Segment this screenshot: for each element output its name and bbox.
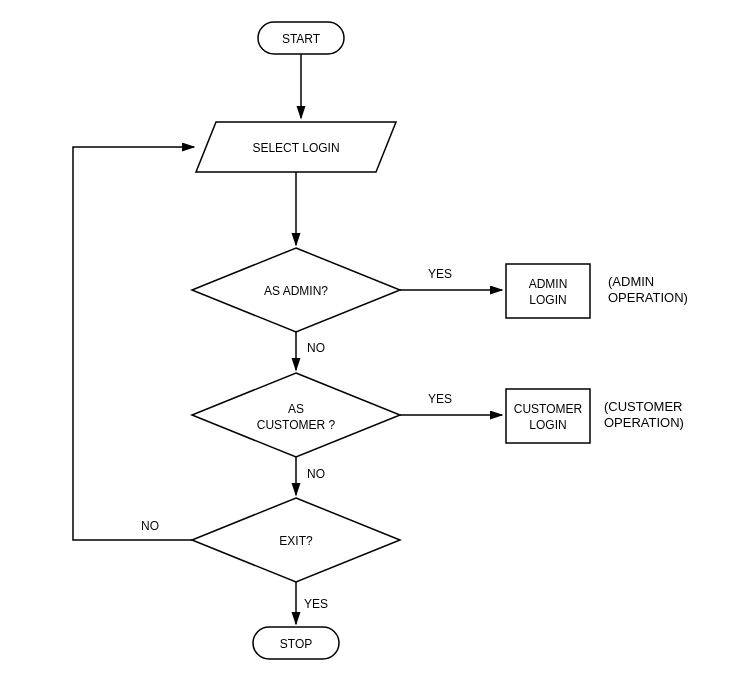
as-customer-label2: CUSTOMER ?	[257, 418, 336, 432]
customer-no-label: NO	[307, 467, 325, 481]
customer-login-label1: CUSTOMER	[514, 402, 583, 416]
select-login-node: SELECT LOGIN	[196, 122, 396, 172]
exit-node: EXIT?	[192, 498, 400, 582]
admin-login-label1: ADMIN	[529, 277, 568, 291]
edge-exit-no	[73, 147, 194, 540]
stop-node: STOP	[253, 627, 339, 659]
as-customer-label1: AS	[288, 402, 304, 416]
exit-label: EXIT?	[279, 534, 313, 548]
as-admin-node: AS ADMIN?	[192, 248, 400, 332]
customer-login-label2: LOGIN	[529, 418, 566, 432]
customer-yes-label: YES	[428, 392, 452, 406]
exit-yes-label: YES	[304, 597, 328, 611]
as-admin-label: AS ADMIN?	[264, 284, 328, 298]
exit-no-label: NO	[141, 519, 159, 533]
customer-side-label2: OPERATION)	[604, 415, 684, 430]
admin-side-label2: OPERATION)	[608, 290, 688, 305]
admin-yes-label: YES	[428, 267, 452, 281]
start-label: START	[282, 32, 321, 46]
admin-login-label2: LOGIN	[529, 293, 566, 307]
admin-no-label: NO	[307, 341, 325, 355]
start-node: START	[258, 22, 344, 54]
select-login-label: SELECT LOGIN	[252, 141, 339, 155]
as-customer-node: AS CUSTOMER ?	[192, 373, 400, 457]
customer-login-node: CUSTOMER LOGIN	[506, 389, 590, 443]
stop-label: STOP	[280, 637, 312, 651]
admin-login-node: ADMIN LOGIN	[506, 264, 590, 318]
customer-side-label1: (CUSTOMER	[604, 399, 682, 414]
flowchart: START SELECT LOGIN AS ADMIN? YES ADMIN L…	[0, 0, 751, 691]
admin-side-label1: (ADMIN	[608, 274, 654, 289]
